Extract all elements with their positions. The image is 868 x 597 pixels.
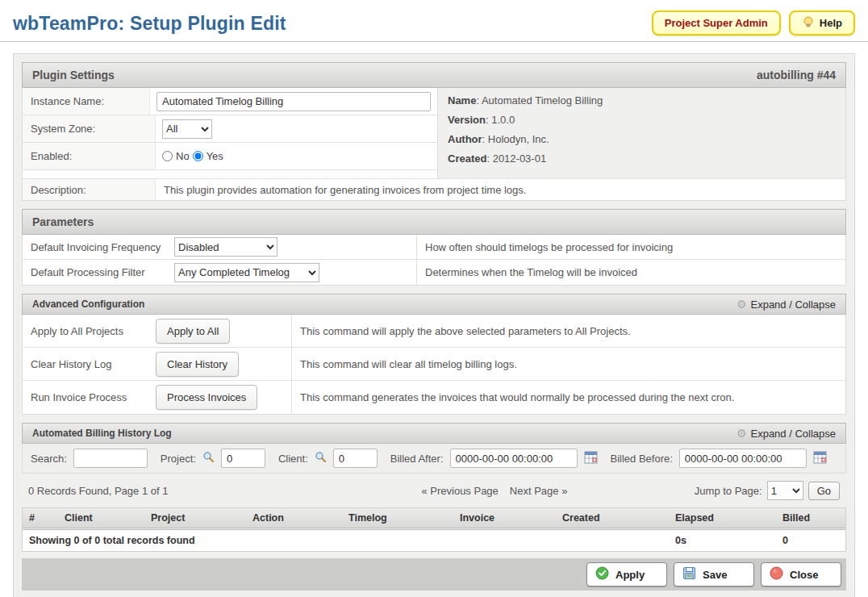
apply-all-row: Apply to All Projects Apply to All This … (23, 315, 845, 348)
parameters-title: Parameters (32, 215, 94, 228)
help-label: Help (820, 17, 842, 29)
advanced-expand-collapse-label: Expand / Collapse (750, 298, 836, 311)
project-lookup-button[interactable] (202, 451, 215, 465)
plugin-info-panel: Name: Automated Timelog Billing Version:… (438, 88, 845, 178)
magnifier-icon (202, 451, 215, 465)
history-log-title: Automated Billing History Log (32, 428, 172, 439)
summary-text: Showing 0 of 0 total records found (23, 530, 669, 551)
save-button[interactable]: Save (674, 562, 754, 587)
col-header-invoice: Invoice (453, 508, 556, 528)
advanced-config-header: Advanced Configuration ⚙ Expand / Collap… (22, 294, 846, 315)
description-label: Description: (23, 179, 156, 200)
enabled-no-label: No (176, 150, 190, 162)
enabled-no-radio[interactable] (162, 151, 173, 161)
lightbulb-icon (802, 15, 815, 31)
enabled-yes-radio[interactable] (193, 151, 203, 161)
process-invoices-row: Run Invoice Process Process Invoices Thi… (23, 381, 845, 414)
close-button[interactable]: Close (761, 562, 841, 587)
invoicing-frequency-hint: How often should timelogs be processed f… (416, 235, 845, 259)
save-label: Save (703, 569, 727, 581)
enabled-row: Enabled: No Yes (23, 143, 437, 170)
billed-before-label: Billed Before: (611, 453, 673, 465)
instance-name-row: Instance Name: (23, 88, 437, 115)
history-search-bar: Search: Project: Client: Billed After: B… (22, 444, 846, 474)
apply-to-all-button[interactable]: Apply to All (156, 319, 230, 344)
project-filter-input[interactable] (221, 449, 265, 468)
advanced-expand-collapse-link[interactable]: ⚙ Expand / Collapse (737, 298, 836, 311)
enabled-yes-label: Yes (207, 150, 223, 162)
process-invoices-hint: This command generates the invoices that… (291, 381, 845, 414)
parameters-body: Default Invoicing Frequency Disabled How… (22, 235, 846, 286)
history-expand-collapse-link[interactable]: ⚙ Expand / Collapse (737, 428, 836, 440)
apply-button[interactable]: Apply (586, 562, 667, 587)
summary-billed: 0 (776, 530, 845, 551)
history-table-header: # Client Project Action Timelog Invoice … (23, 508, 845, 530)
plugin-info-created: Created: 2012-03-01 (448, 152, 836, 165)
col-header-client: Client (58, 508, 144, 528)
col-header-billed: Billed (776, 508, 845, 528)
billed-after-label: Billed After: (390, 453, 444, 465)
billed-before-calendar-button[interactable] (813, 451, 827, 466)
records-found-text: 0 Records Found, Page 1 of 1 (28, 485, 294, 497)
billed-after-input[interactable] (450, 449, 578, 468)
history-log-header: Automated Billing History Log ⚙ Expand /… (22, 423, 846, 444)
instance-name-label: Instance Name: (23, 88, 150, 115)
previous-page-link[interactable]: « Previous Page (421, 485, 498, 497)
col-header-elapsed: Elapsed (669, 508, 776, 528)
instance-name-input[interactable] (156, 92, 431, 111)
next-page-link[interactable]: Next Page » (510, 485, 568, 497)
plugin-info-version: Version: 1.0.0 (448, 114, 836, 126)
col-header-created: Created (556, 508, 669, 528)
clear-history-row: Clear History Log Clear History This com… (23, 348, 845, 381)
search-label: Search: (31, 453, 67, 465)
processing-filter-label: Default Processing Filter (23, 260, 169, 285)
billed-before-input[interactable] (679, 449, 807, 468)
col-header-action: Action (246, 508, 342, 528)
client-lookup-button[interactable] (315, 451, 327, 465)
system-zone-select[interactable]: All (162, 119, 212, 139)
system-zone-row: System Zone: All (23, 115, 437, 143)
clear-history-hint: This command will clear all timelog bill… (291, 348, 845, 380)
description-row: Description: This plugin provides automa… (23, 178, 845, 200)
enabled-label: Enabled: (23, 143, 156, 169)
search-input[interactable] (73, 449, 148, 468)
processing-filter-row: Default Processing Filter Any Completed … (23, 260, 845, 285)
main-container: Plugin Settings autobilling #44 Instance… (13, 53, 855, 597)
process-invoices-button[interactable]: Process Invoices (156, 385, 257, 410)
processing-filter-select[interactable]: Any Completed Timelog (174, 263, 319, 282)
gear-icon: ⚙ (737, 298, 747, 310)
pagination-row: 0 Records Found, Page 1 of 1 « Previous … (22, 474, 846, 507)
clear-history-button[interactable]: Clear History (156, 352, 239, 377)
summary-elapsed: 0s (669, 530, 776, 551)
billed-after-calendar-button[interactable] (584, 451, 598, 466)
project-super-admin-label: Project Super Admin (665, 17, 768, 29)
plugin-settings-title: Plugin Settings (32, 69, 115, 81)
jump-to-page-label: Jump to Page: (695, 485, 762, 497)
processing-filter-hint: Determines when the Timelog will be invo… (416, 260, 845, 285)
plugin-settings-body: Instance Name: System Zone: All Enabled: (22, 88, 846, 201)
gear-icon: ⚙ (737, 428, 747, 439)
apply-check-icon (595, 566, 609, 582)
help-button[interactable]: Help (789, 10, 855, 35)
invoicing-frequency-select[interactable]: Disabled (174, 237, 278, 257)
project-super-admin-button[interactable]: Project Super Admin (652, 10, 781, 35)
project-filter-label: Project: (161, 453, 196, 465)
magnifier-icon (315, 451, 327, 465)
advanced-config-title: Advanced Configuration (32, 298, 144, 310)
footer-action-bar: Apply Save Close (22, 558, 846, 591)
close-icon (770, 566, 783, 582)
invoicing-frequency-label: Default Invoicing Frequency (23, 235, 169, 259)
client-filter-label: Client: (278, 453, 308, 465)
col-header-timelog: Timelog (342, 508, 453, 528)
go-button[interactable]: Go (808, 482, 840, 500)
jump-to-page-select[interactable]: 1 (767, 481, 803, 500)
plugin-settings-fields: Instance Name: System Zone: All Enabled: (23, 88, 438, 178)
system-zone-label: System Zone: (23, 115, 156, 142)
client-filter-input[interactable] (333, 449, 378, 468)
instance-badge: autobilling #44 (757, 69, 836, 81)
apply-all-hint: This command will apply the above select… (291, 315, 845, 347)
advanced-config-body: Apply to All Projects Apply to All This … (22, 315, 846, 415)
apply-label: Apply (616, 569, 645, 581)
page-header: wbTeamPro: Setup Plugin Edit Project Sup… (0, 0, 868, 42)
history-expand-collapse-label: Expand / Collapse (750, 428, 836, 440)
